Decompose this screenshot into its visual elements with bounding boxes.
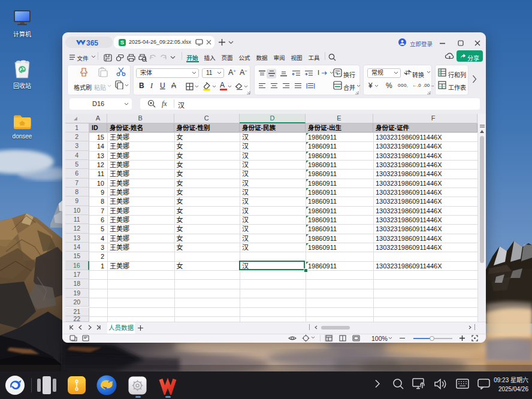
svg-text:365: 365 xyxy=(86,40,98,46)
